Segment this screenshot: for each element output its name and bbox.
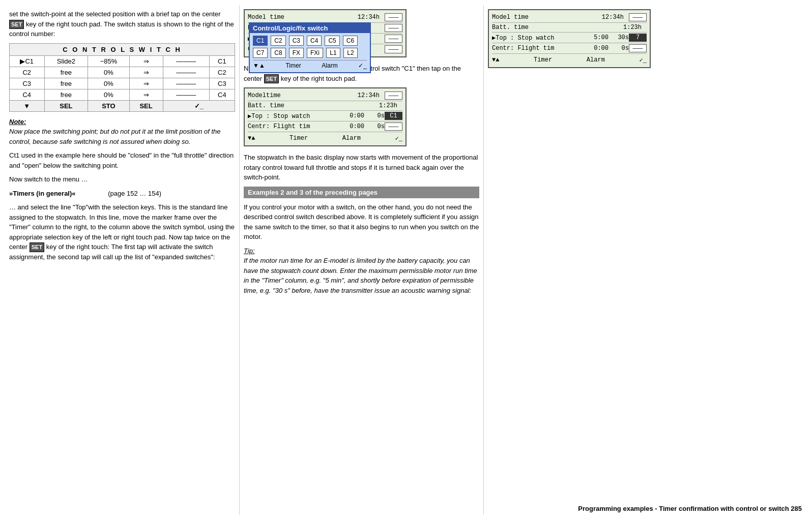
popup-check-btn[interactable]: ✓_ bbox=[358, 62, 367, 69]
table-cell: free bbox=[44, 89, 88, 100]
lcd-batt-indicator: ——— bbox=[385, 24, 402, 32]
right-top-row: ▶Top : Stop watch 5:00 30s 7 bbox=[492, 33, 647, 43]
lcd-modeltime-value: 12:34h bbox=[358, 14, 380, 21]
lcd1-container: Model time 12:34h ——— Batt. ——— ▶Top to … bbox=[244, 9, 479, 57]
lcd2-alarm[interactable]: Alarm bbox=[342, 135, 361, 142]
table-cell: ▼ bbox=[10, 100, 45, 111]
table-cell: SEL bbox=[129, 100, 163, 111]
table-cell: C1 bbox=[209, 55, 235, 67]
table-row: C4 free 0% ⇒ ——— C4 bbox=[10, 89, 235, 100]
lcd2-modeltime-value: 12:34h bbox=[358, 92, 380, 99]
lcd2-modeltime-label: Modeltime bbox=[248, 92, 358, 99]
popup-btn-c7[interactable]: C7 bbox=[253, 48, 268, 58]
note-label: Note: bbox=[9, 118, 26, 126]
set-key-2: SET bbox=[30, 242, 44, 252]
table-cell: ——— bbox=[163, 67, 209, 78]
popup-btn-c6[interactable]: C6 bbox=[343, 36, 358, 46]
lcd2-top-row: ▶Top : Stop watch 0:00 0s C1 bbox=[248, 111, 402, 121]
lcd2-centr-label: Centr: Flight tim bbox=[248, 123, 350, 130]
set-key: SET bbox=[9, 20, 24, 29]
lcd2-check[interactable]: ✓_ bbox=[395, 135, 402, 142]
table-cell: ▶C1 bbox=[10, 55, 45, 67]
lcd2-timer[interactable]: Timer bbox=[289, 135, 308, 142]
examples-text: If you control your motor with a switch,… bbox=[244, 202, 479, 242]
right-top-label: ▶Top : Stop watch bbox=[492, 34, 594, 42]
table-cell: −85% bbox=[88, 55, 129, 67]
lcd2-centr-val1: 0:00 bbox=[350, 123, 364, 130]
lcd2-modeltime-row: Modeltime 12:34h ——— bbox=[248, 90, 402, 101]
lcd-centr-indicator: ——— bbox=[385, 45, 402, 53]
right-lcd-alarm[interactable]: Alarm bbox=[587, 56, 605, 64]
left-column: set the switch-point at the selected pos… bbox=[5, 5, 239, 515]
popup-btn-c2[interactable]: C2 bbox=[271, 36, 285, 46]
right-lcd-display: Model time 12:34h ——— Batt. time 1:23h ▶… bbox=[488, 9, 651, 68]
popup-btn-fxi[interactable]: FXi bbox=[307, 48, 323, 58]
right-column: Model time 12:34h ——— Batt. time 1:23h ▶… bbox=[483, 5, 807, 515]
popup-btn-c3[interactable]: C3 bbox=[289, 36, 304, 46]
control-switch-table: C O N T R O L S W I T C H ▶C1 Slide2 −85… bbox=[9, 43, 235, 112]
popup-row-2: C7 C8 FX FXi L1 L2 bbox=[253, 48, 367, 58]
popup-btn-c8[interactable]: C8 bbox=[271, 48, 285, 58]
popup-btn-c1[interactable]: C1 bbox=[253, 36, 268, 46]
table-cell: STO bbox=[88, 100, 129, 111]
table-cell: Slide2 bbox=[44, 55, 88, 67]
table-cell: 0% bbox=[88, 89, 129, 100]
popup-nav-arrows: ▼▲ bbox=[253, 62, 265, 69]
popup-btn-c4[interactable]: C4 bbox=[307, 36, 322, 46]
set-key-mid: SET bbox=[264, 74, 279, 84]
table-cell: C4 bbox=[10, 89, 45, 100]
table-cell: ——— bbox=[163, 55, 209, 67]
popup-alarm-btn[interactable]: Alarm bbox=[322, 62, 337, 69]
table-cell: C2 bbox=[209, 67, 235, 78]
note-paragraph: Note: Now place the switching point; but… bbox=[9, 117, 235, 147]
lcd-modeltime-indicator: ——— bbox=[385, 13, 402, 21]
intro-text: set the switch-point at the selected pos… bbox=[9, 9, 235, 39]
right-centr-indicator: ——— bbox=[629, 44, 647, 52]
section-heading: Examples 2 and 3 of the preceding pages bbox=[244, 187, 479, 198]
lcd2-nav: ▼▲ bbox=[248, 135, 255, 142]
stopwatch-text: The stopwatch in the basic display now s… bbox=[244, 152, 479, 182]
table-cell: ——— bbox=[163, 89, 209, 100]
tip-paragraph: Tip: If the motor run time for an E-mode… bbox=[244, 246, 479, 296]
popup-btn-c5[interactable]: C5 bbox=[325, 36, 339, 46]
mid-column: Model time 12:34h ——— Batt. ——— ▶Top to … bbox=[239, 5, 483, 515]
right-lcd-check[interactable]: ✓_ bbox=[640, 56, 647, 64]
lcd2-batttime-row: Batt. time 1:23h bbox=[248, 101, 402, 111]
popup-btn-l1[interactable]: L1 bbox=[326, 48, 340, 58]
popup-btn-l2[interactable]: L2 bbox=[343, 48, 358, 58]
table-cell: ✓_ bbox=[163, 100, 235, 111]
lcd2-top-val1: 0:00 bbox=[350, 112, 364, 119]
right-lcd-timer[interactable]: Timer bbox=[534, 56, 552, 64]
popup-btn-fx[interactable]: FX bbox=[289, 48, 304, 58]
table-cell: ⇒ bbox=[129, 78, 163, 89]
right-modeltime-label: Model time bbox=[492, 14, 602, 21]
control-logic-popup: Control/Logic/fix switch C1 C2 C3 C4 C5 … bbox=[249, 22, 371, 73]
table-row: ▶C1 Slide2 −85% ⇒ ——— C1 bbox=[10, 55, 235, 67]
right-top-indicator: 7 bbox=[629, 34, 647, 42]
table-cell: C3 bbox=[10, 78, 45, 89]
page-footer: Programming examples - Timer confirmatio… bbox=[578, 505, 802, 512]
lcd2-batttime-value: 1:23h bbox=[379, 102, 397, 109]
right-batttime-label: Batt. time bbox=[492, 24, 623, 31]
lcd-top-indicator: ——— bbox=[385, 35, 402, 43]
lcd-display-2: Modeltime 12:34h ——— Batt. time 1:23h ▶T… bbox=[244, 87, 407, 146]
lcd-row-modeltime: Model time 12:34h ——— bbox=[248, 12, 402, 23]
right-modeltime-row: Model time 12:34h ——— bbox=[492, 12, 647, 23]
lcd2-centr-indicator: ——— bbox=[385, 123, 402, 131]
table-cell: free bbox=[44, 78, 88, 89]
table-cell: free bbox=[44, 67, 88, 78]
table-row: C3 free 0% ⇒ ——— C3 bbox=[10, 78, 235, 89]
tip-label: Tip: bbox=[244, 247, 255, 255]
lcd2-batttime-label: Batt. time bbox=[248, 102, 379, 109]
tip-text: If the motor run time for an E-model is … bbox=[244, 257, 477, 294]
right-modeltime-value: 12:34h bbox=[602, 14, 624, 21]
right-centr-row: Centr: Flight tim 0:00 0s ——— bbox=[492, 43, 647, 54]
timers-line: »Timers (in general)« (page 152 … 154) bbox=[9, 189, 235, 199]
table-cell: 0% bbox=[88, 67, 129, 78]
right-top-val2: 30s bbox=[614, 34, 629, 41]
lcd2-centr-row: Centr: Flight tim 0:00 0s ——— bbox=[248, 121, 402, 132]
table-cell: ⇒ bbox=[129, 55, 163, 67]
right-lcd-container: Model time 12:34h ——— Batt. time 1:23h ▶… bbox=[488, 9, 803, 68]
popup-timer-btn[interactable]: Timer bbox=[285, 62, 301, 69]
lcd2-centr-val2: 0s bbox=[369, 123, 385, 130]
